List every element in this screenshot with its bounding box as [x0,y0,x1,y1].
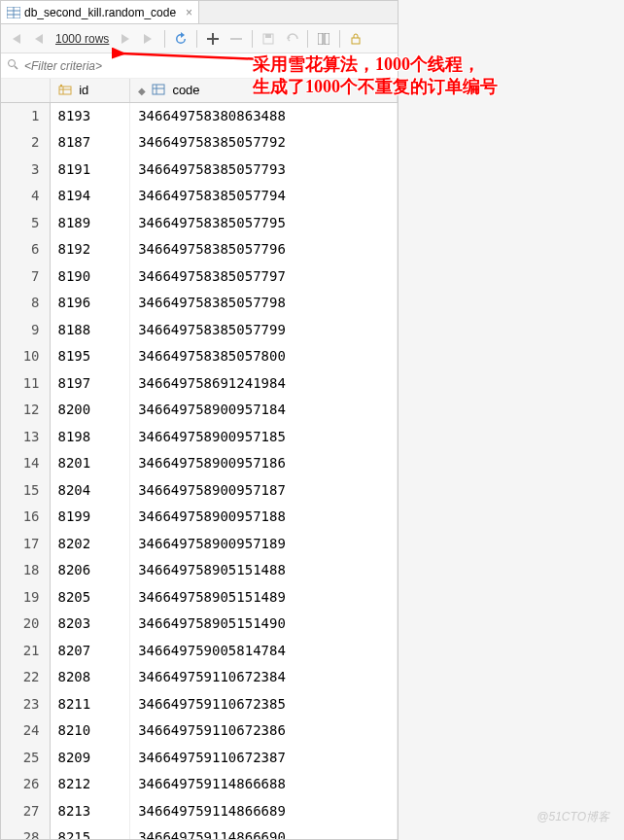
table-row[interactable]: 168199346649758900957188 [1,504,398,531]
table-row[interactable]: 228208346649759110672384 [1,664,398,691]
cell-code[interactable]: 346649758900957189 [130,530,398,557]
table-row[interactable]: 238211346649759110672385 [1,690,398,718]
first-page-icon[interactable] [5,28,26,50]
refresh-icon[interactable] [170,28,191,50]
cell-id[interactable]: 8213 [50,797,130,824]
cell-id[interactable]: 8188 [50,316,130,343]
cell-id[interactable]: 8191 [50,156,130,183]
table-row[interactable]: 148201346649758900957186 [1,450,398,477]
cell-id[interactable]: 8190 [50,262,130,290]
cell-code[interactable]: 346649758385057799 [130,316,398,343]
cell-code[interactable]: 346649758900957186 [130,450,398,477]
table-row[interactable]: 68192346649758385057796 [1,236,398,263]
table-row[interactable]: 78190346649758385057797 [1,262,398,290]
cell-code[interactable]: 346649759114866689 [130,797,398,824]
table-row[interactable]: 38191346649758385057793 [1,156,398,183]
cell-code[interactable]: 346649759110672387 [130,744,398,771]
cell-id[interactable]: 8192 [50,236,130,263]
add-row-icon[interactable] [202,28,224,50]
prev-page-icon[interactable] [28,28,50,50]
close-icon[interactable]: × [186,6,192,19]
cell-id[interactable]: 8210 [50,718,130,745]
table-row[interactable]: 138198346649758900957185 [1,423,398,450]
cell-id[interactable]: 8207 [50,637,130,664]
cell-id[interactable]: 8198 [50,423,130,450]
cell-id[interactable]: 8202 [50,530,130,557]
cell-code[interactable]: 346649759110672384 [130,664,398,691]
cell-id[interactable]: 8189 [50,209,130,236]
cell-code[interactable]: 346649758900957185 [130,423,398,450]
panels-icon[interactable] [313,28,334,50]
revert-icon[interactable] [281,28,302,50]
table-row[interactable]: 258209346649759110672387 [1,744,398,771]
column-header-id[interactable]: id [50,79,130,102]
table-row[interactable]: 98188346649758385057799 [1,316,398,343]
table-row[interactable]: 18193346649758380863488 [1,102,398,129]
table-row[interactable]: 218207346649759005814784 [1,637,398,664]
last-page-icon[interactable] [138,28,159,50]
table-row[interactable]: 158204346649758900957187 [1,476,398,504]
delete-row-icon[interactable] [225,28,247,50]
cell-code[interactable]: 346649758900957188 [130,504,398,531]
cell-code[interactable]: 346649758900957187 [130,476,398,504]
cell-id[interactable]: 8199 [50,504,130,531]
cell-id[interactable]: 8193 [50,102,130,129]
cell-code[interactable]: 346649758385057798 [130,290,398,317]
cell-code[interactable]: 346649759005814784 [130,637,398,664]
cell-id[interactable]: 8211 [50,690,130,718]
cell-code[interactable]: 346649759110672386 [130,718,398,745]
cell-id[interactable]: 8187 [50,129,130,157]
cell-code[interactable]: 346649758900957184 [130,397,398,424]
table-row[interactable]: 178202346649758900957189 [1,530,398,557]
table-row[interactable]: 58189346649758385057795 [1,209,398,236]
cell-code[interactable]: 346649759114866690 [130,824,398,840]
table-row[interactable]: 268212346649759114866688 [1,771,398,798]
table-row[interactable]: 248210346649759110672386 [1,718,398,745]
table-row[interactable]: 108195346649758385057800 [1,343,398,370]
cell-id[interactable]: 8205 [50,583,130,611]
cell-code[interactable]: 346649758905151488 [130,557,398,584]
cell-id[interactable]: 8201 [50,450,130,477]
cell-code[interactable]: 346649758905151489 [130,583,398,611]
table-row[interactable]: 198205346649758905151489 [1,583,398,611]
cell-code[interactable]: 346649758385057797 [130,262,398,290]
cell-id[interactable]: 8194 [50,183,130,210]
cell-id[interactable]: 8209 [50,744,130,771]
rows-count-label[interactable]: 1000 rows [52,32,113,46]
cell-id[interactable]: 8206 [50,557,130,584]
cell-id[interactable]: 8196 [50,290,130,317]
lock-icon[interactable] [345,28,366,50]
cell-id[interactable]: 8215 [50,824,130,840]
cell-code[interactable]: 346649758691241984 [130,369,398,397]
cell-id[interactable]: 8203 [50,611,130,638]
table-row[interactable]: 118197346649758691241984 [1,369,398,397]
cell-id[interactable]: 8208 [50,664,130,691]
table-row[interactable]: 128200346649758900957184 [1,397,398,424]
table-row[interactable]: 48194346649758385057794 [1,183,398,210]
cell-id[interactable]: 8200 [50,397,130,424]
cell-code[interactable]: 346649758385057800 [130,343,398,370]
cell-code[interactable]: 346649758385057794 [130,183,398,210]
cell-code[interactable]: 346649758385057796 [130,236,398,263]
cell-id[interactable]: 8204 [50,476,130,504]
table-row[interactable]: 278213346649759114866689 [1,797,398,824]
cell-code[interactable]: 346649758385057795 [130,209,398,236]
cell-code[interactable]: 346649758905151490 [130,611,398,638]
table-row[interactable]: 208203346649758905151490 [1,611,398,638]
cell-code[interactable]: 346649758385057793 [130,156,398,183]
table-row[interactable]: 88196346649758385057798 [1,290,398,317]
cell-code[interactable]: 346649759110672385 [130,690,398,718]
save-icon[interactable] [258,28,279,50]
cell-id[interactable]: 8212 [50,771,130,798]
table-row[interactable]: 288215346649759114866690 [1,824,398,840]
cell-code[interactable]: 346649758380863488 [130,102,398,129]
cell-code[interactable]: 346649759114866688 [130,771,398,798]
row-number-header[interactable] [1,79,50,102]
cell-code[interactable]: 346649758385057792 [130,129,398,157]
cell-id[interactable]: 8195 [50,343,130,370]
table-row[interactable]: 188206346649758905151488 [1,557,398,584]
table-row[interactable]: 28187346649758385057792 [1,129,398,157]
tab-active[interactable]: db_second_kill.random_code × [1,1,199,23]
next-page-icon[interactable] [115,28,136,50]
cell-id[interactable]: 8197 [50,369,130,397]
